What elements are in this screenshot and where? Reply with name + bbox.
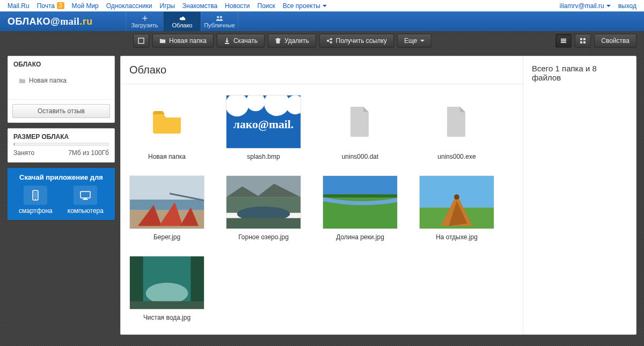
tile-image-vacation[interactable]: На отдыхе.jpg — [419, 175, 494, 241]
select-all-checkbox[interactable] — [133, 34, 149, 48]
chevron-down-icon — [323, 5, 327, 9]
computer-icon — [79, 190, 92, 201]
tile-label: Долина реки.jpg — [336, 233, 384, 241]
image-thumb-icon — [420, 175, 494, 229]
main-panel: Облако Новая папка — [120, 56, 636, 335]
nav-tab-cloud[interactable]: Облако — [163, 12, 201, 31]
tile-label: Берег.jpg — [153, 233, 180, 241]
portal-link-moimir[interactable]: Мой Мир — [72, 2, 99, 10]
image-thumb-icon — [323, 175, 397, 229]
svg-point-44 — [454, 194, 459, 200]
promo-computer[interactable]: компьютера — [68, 186, 104, 215]
main-nav: ОБЛАКО @ mail .ru Загрузить Облако Публи… — [0, 12, 644, 31]
portal-logout[interactable]: выход — [618, 2, 636, 10]
storage-used-value: 7Мб из 100Гб — [68, 149, 109, 157]
download-button[interactable]: Скачать — [217, 34, 265, 48]
tile-label: splash.bmp — [247, 153, 280, 160]
new-folder-button[interactable]: Новая папка — [152, 34, 214, 48]
file-icon — [347, 106, 373, 138]
brand-logo[interactable]: ОБЛАКО @ mail .ru — [8, 12, 126, 31]
info-panel: Всего 1 папка и 8 файлов — [523, 56, 636, 334]
workspace: ОБЛАКО Новая папка Оставить отзыв РАЗМЕР… — [0, 50, 644, 342]
storage-used-label: Занято — [13, 149, 34, 157]
download-icon — [224, 38, 230, 44]
more-button[interactable]: Еще — [397, 34, 431, 48]
image-thumb-icon — [130, 175, 204, 229]
button-label: Удалить — [284, 37, 309, 45]
portal-link-news[interactable]: Новости — [225, 2, 250, 10]
view-list-button[interactable] — [555, 34, 572, 48]
logo-text-oblako: ОБЛАКО — [8, 16, 50, 27]
svg-rect-25 — [130, 176, 204, 200]
promo-smartphone[interactable]: смартфона — [19, 186, 53, 215]
svg-rect-8 — [561, 42, 566, 43]
svg-point-15 — [35, 198, 36, 200]
storage-size-title: РАЗМЕР ОБЛАКА — [8, 129, 114, 143]
nav-tab-public[interactable]: Публичные — [201, 12, 238, 31]
tile-image-beach[interactable]: Берег.jpg — [129, 175, 204, 241]
tile-file-exe[interactable]: unins000.exe — [419, 95, 494, 160]
promo-label: компьютера — [68, 207, 104, 215]
image-thumb-icon — [226, 175, 301, 229]
portal-link-allprojects[interactable]: Все проекты — [283, 2, 327, 10]
chevron-down-icon — [606, 5, 611, 9]
tile-image-splash[interactable]: лако@mail. splash.bmp — [226, 95, 301, 160]
svg-rect-26 — [130, 200, 204, 210]
tile-image-river-valley[interactable]: Долина реки.jpg — [323, 175, 398, 241]
share-icon — [326, 38, 333, 44]
button-label: Новая папка — [169, 37, 207, 45]
tree-item-label: Новая папка — [29, 77, 67, 84]
toolbar: Новая папка Скачать Удалить Получить ссы… — [0, 31, 644, 50]
portal-link-dating[interactable]: Знакомства — [182, 2, 217, 10]
get-link-button[interactable]: Получить ссылку — [319, 34, 394, 48]
delete-button[interactable]: Удалить — [268, 34, 316, 48]
image-thumb-icon — [130, 256, 204, 310]
nav-tab-label: Загрузить — [131, 22, 158, 28]
people-icon — [216, 15, 223, 21]
portal-link-mailru[interactable]: Mail.Ru — [8, 2, 30, 10]
folder-icon — [151, 109, 183, 135]
content-area: Облако Новая папка — [121, 56, 523, 334]
checkbox-icon — [138, 38, 144, 44]
user-email-label: iliamrv@mail.ru — [560, 2, 604, 10]
portal-link-mail[interactable]: Почта 3 — [37, 2, 64, 10]
button-label: Получить ссылку — [336, 37, 387, 45]
svg-rect-12 — [583, 41, 586, 43]
plus-icon — [141, 15, 149, 21]
tile-image-mountain-lake[interactable]: Горное озеро.jpg — [226, 175, 301, 241]
storage-progress — [13, 143, 109, 146]
tile-folder[interactable]: Новая папка — [129, 95, 204, 160]
svg-point-0 — [217, 16, 219, 18]
portal-link-search[interactable]: Поиск — [258, 2, 275, 10]
properties-button[interactable]: Свойства — [594, 34, 636, 48]
svg-point-1 — [220, 16, 222, 18]
grid-icon — [580, 38, 586, 44]
button-label: Еще — [404, 37, 417, 45]
folder-icon — [19, 78, 26, 84]
svg-rect-49 — [130, 301, 204, 310]
svg-rect-14 — [34, 192, 38, 198]
tree-item-new-folder[interactable]: Новая папка — [8, 75, 114, 86]
cloud-tree-box: ОБЛАКО Новая папка Оставить отзыв — [8, 56, 115, 123]
tile-label: Горное озеро.jpg — [238, 233, 289, 241]
nav-tab-label: Публичные — [204, 22, 235, 28]
portal-link-games[interactable]: Игры — [160, 2, 175, 10]
tile-file-dat[interactable]: unins000.dat — [323, 95, 398, 160]
portal-link-label: Все проекты — [283, 2, 320, 10]
svg-rect-6 — [561, 39, 566, 40]
tile-label: unins000.dat — [342, 153, 379, 160]
trash-icon — [275, 38, 281, 44]
feedback-button[interactable]: Оставить отзыв — [12, 104, 110, 118]
tile-image-clear-water[interactable]: Чистая вода.jpg — [129, 256, 204, 321]
promo-title: Скачай приложение для — [13, 173, 109, 181]
view-grid-button[interactable] — [575, 34, 591, 48]
svg-rect-18 — [83, 199, 88, 200]
svg-rect-16 — [80, 192, 90, 198]
svg-rect-39 — [323, 194, 397, 197]
svg-rect-37 — [323, 176, 397, 195]
portal-user-email[interactable]: iliamrv@mail.ru — [560, 2, 611, 10]
portal-link-ok[interactable]: Одноклассники — [106, 2, 152, 10]
file-icon — [444, 106, 470, 138]
svg-rect-9 — [580, 38, 582, 40]
nav-tab-upload[interactable]: Загрузить — [126, 12, 163, 31]
